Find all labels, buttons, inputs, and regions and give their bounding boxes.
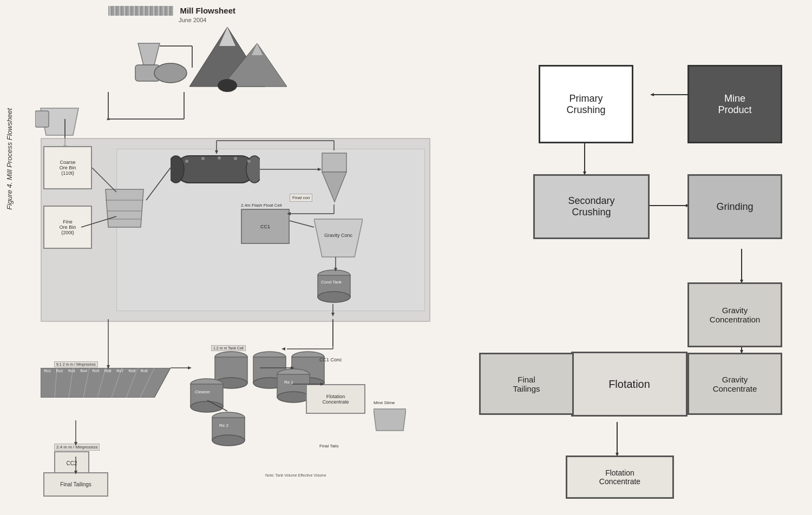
- svg-marker-5: [138, 43, 160, 65]
- svg-marker-31: [322, 172, 346, 202]
- final-tailings-box: Final Tailings: [479, 353, 574, 415]
- svg-point-76: [277, 392, 310, 402]
- figure-label: Figure 4. Mill Process Flowsheet: [5, 108, 14, 210]
- cc2-box: 2.4 m m / Minprozess CC2: [54, 444, 100, 476]
- document-title: Mill Flowsheet: [180, 6, 235, 15]
- company-logo: [108, 6, 173, 16]
- svg-marker-15: [107, 116, 110, 120]
- svg-marker-89: [188, 366, 192, 369]
- mine-product-box: Mine Product: [687, 65, 782, 143]
- gravity-concentrate-box: Gravity Concentrate: [687, 353, 782, 415]
- svg-point-23: [171, 156, 184, 183]
- re2-tank: Re 2: [211, 411, 246, 454]
- mine-slime: Mine Slime: [374, 400, 406, 435]
- secondary-crushing-box: Secondary Crushing: [533, 174, 650, 239]
- final-tailings-left: Final Tailings: [43, 472, 108, 497]
- cond-tank: Cond Tank: [317, 269, 352, 306]
- cc1-tank: CC1: [241, 209, 290, 244]
- page: Mill Flowsheet June 2004 Figure 4. Mill …: [0, 0, 812, 515]
- svg-marker-32: [314, 219, 363, 257]
- svg-rect-11: [35, 111, 49, 127]
- cc1-conc-label: CC1 Conc: [319, 357, 342, 362]
- flash-float-cell: 2.4m Flash Float Cell CC1: [241, 203, 290, 244]
- re2-label: Re 2: [219, 423, 228, 428]
- svg-point-35: [318, 292, 350, 302]
- sag-mill: [171, 150, 260, 190]
- svg-point-79: [212, 435, 245, 446]
- feeder-conveyor: [35, 103, 89, 143]
- svg-rect-22: [176, 156, 254, 183]
- cond-tank-label: Cond Tank: [321, 280, 342, 285]
- svg-point-4: [218, 79, 237, 92]
- final-tails-text: Final Tails: [319, 444, 338, 448]
- cleaner-label: Cleaner: [195, 389, 210, 394]
- fine-ore-bin: Fine Ore Bin (200t): [43, 206, 92, 249]
- final-con-label: Final con: [290, 194, 312, 202]
- re1-label: Re 1: [284, 380, 293, 385]
- note-text: Note: Tank Volume Effective Volume: [265, 473, 326, 477]
- svg-point-28: [234, 157, 237, 160]
- svg-point-27: [218, 156, 221, 160]
- coarse-ore-bin: Coarse Ore Bin (110t): [43, 146, 92, 189]
- svg-point-26: [201, 157, 205, 160]
- svg-marker-98: [650, 93, 654, 96]
- svg-marker-18: [106, 189, 143, 227]
- primary-crushing-box: Primary Crushing: [539, 65, 633, 143]
- vibrating-screen: [103, 187, 146, 232]
- grinding-box: Grinding: [687, 174, 782, 239]
- crusher-equipment: [106, 41, 214, 97]
- gravity-conc-box: Gravity Conc: [314, 216, 363, 262]
- svg-point-29: [247, 160, 251, 163]
- svg-point-73: [191, 401, 223, 412]
- svg-rect-30: [322, 153, 346, 172]
- gravity-conc-label: Gravity Conc: [322, 233, 355, 238]
- svg-point-25: [185, 160, 188, 163]
- right-flowchart: Primary Crushing Mine Product Secondary …: [509, 32, 812, 503]
- flotation-concentrate-right-box: Flotation Concentrate: [566, 455, 674, 499]
- rougher-banks: Ro1 Ro2 Ro3 Ro4 Ro5 Ro6 Ro7 Ro8 Ro9: [41, 368, 171, 398]
- flotation-concentrate-box: Flotation Concentrate: [306, 384, 365, 414]
- gravity-concentration-box: Gravity Concentration: [687, 282, 782, 347]
- cyclone: [319, 150, 349, 207]
- rougher-size-label: 9.1 2 m m / Minprozess: [54, 361, 98, 367]
- svg-point-7: [154, 63, 187, 83]
- svg-marker-80: [374, 409, 406, 431]
- flotation-box: Flotation: [571, 352, 687, 417]
